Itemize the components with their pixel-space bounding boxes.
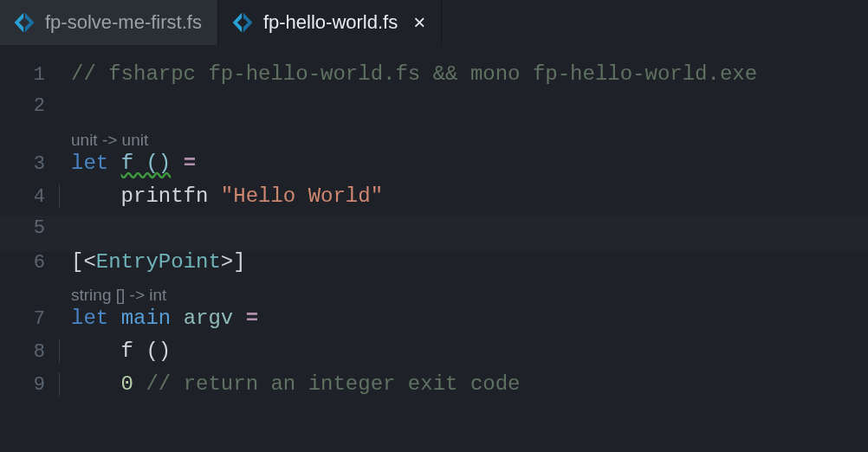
token-string: "Hello World" [221,184,383,208]
token-funcname: f () [121,152,172,175]
token-default: f [121,339,146,363]
tab-label: fp-hello-world.fs [263,11,398,34]
editor-area[interactable]: 1// fsharpc fp-hello-world.fs && mono fp… [0,45,868,405]
inlay-hint: unit -> unit [0,128,868,152]
line-number: 5 [0,217,71,239]
code-content[interactable]: f () [71,339,868,363]
close-icon[interactable]: × [413,12,425,33]
code-line[interactable]: 6[<EntryPoint>] [0,250,868,283]
code-content[interactable]: let main argv = [71,307,868,330]
fsharp-icon [230,10,255,35]
code-line[interactable]: 2 [0,95,868,128]
line-number: 3 [0,153,71,175]
tab-1[interactable]: fp-hello-world.fs× [218,0,442,45]
token-default [108,307,120,330]
line-number [0,130,71,152]
indent-guide: 0 // return an integer exit code [59,372,521,396]
token-default [108,152,120,175]
line-number: 1 [0,64,71,86]
code-line[interactable]: 9 0 // return an integer exit code [0,372,868,405]
token-default: [< [71,250,96,274]
token-default: () [146,339,171,363]
token-default [71,372,121,396]
indent-guide: f () [59,339,171,363]
token-op: = [246,307,258,330]
token-number: 0 [121,372,133,396]
line-number [0,285,71,307]
token-attrkw: EntryPoint [96,250,221,274]
token-default [133,372,146,396]
token-keyword: let [71,152,108,175]
code-content[interactable]: // fsharpc fp-hello-world.fs && mono fp-… [71,62,868,86]
token-default [233,307,245,330]
token-default [71,184,121,208]
token-op: = [184,152,196,175]
code-line[interactable]: 1// fsharpc fp-hello-world.fs && mono fp… [0,62,868,95]
line-number: 7 [0,308,71,330]
token-comment: // return an integer exit code [146,372,520,396]
code-line[interactable]: 8 f () [0,339,868,372]
inlay-hint: string [] -> int [0,283,868,307]
token-default [171,307,183,330]
indent-guide: printfn "Hello World" [59,184,383,208]
code-line[interactable]: 5 [0,217,868,250]
fsharp-icon [12,10,36,35]
line-number: 6 [0,252,71,274]
tab-label: fp-solve-me-first.fs [45,11,202,34]
code-line[interactable]: 3let f () = [0,152,868,184]
token-varname: argv [184,307,234,330]
token-default: >] [221,250,246,274]
token-default [171,152,183,175]
tab-0[interactable]: fp-solve-me-first.fs [0,0,218,45]
tab-bar: fp-solve-me-first.fs fp-hello-world.fs× [0,0,868,45]
token-default [71,339,121,363]
code-content[interactable]: let f () = [71,152,868,175]
code-line[interactable]: 4 printfn "Hello World" [0,184,868,217]
code-content[interactable]: [<EntryPoint>] [71,250,868,274]
token-comment: // fsharpc fp-hello-world.fs && mono fp-… [71,62,757,86]
inlay-hint-text: unit -> unit [71,131,868,150]
token-keyword: let [71,307,108,330]
token-default: printfn [121,184,221,208]
token-ident: main [121,307,172,330]
line-number: 2 [0,95,71,117]
code-line[interactable]: 7let main argv = [0,307,868,339]
code-content[interactable]: 0 // return an integer exit code [71,372,868,396]
code-content[interactable]: printfn "Hello World" [71,184,868,208]
inlay-hint-text: string [] -> int [71,286,868,305]
